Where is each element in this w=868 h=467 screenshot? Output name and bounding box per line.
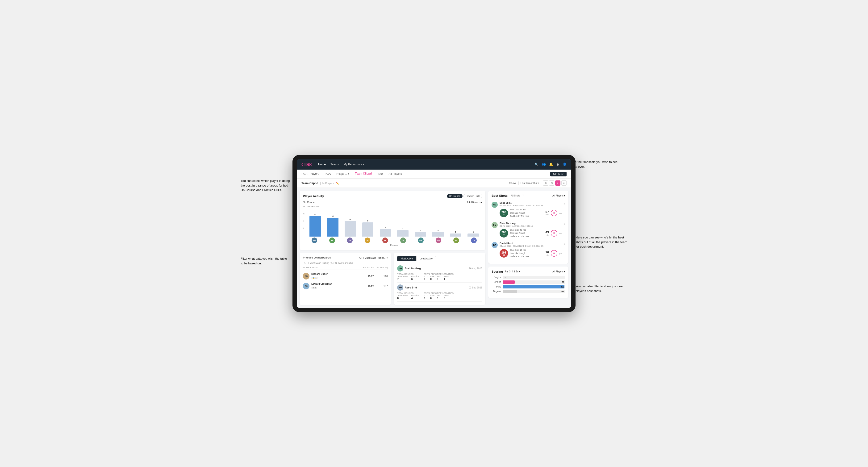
shot-score-1: 200 SG [500, 209, 508, 217]
scoring-card: Scoring Par 3, 4 & 5s ▾ All Players ▾ [488, 267, 568, 298]
drill-dropdown[interactable]: PUTT Must Make Putting... ▾ [358, 257, 388, 259]
player-avatar-8: EC [453, 238, 459, 243]
chart-section-header: On Course Total Rounds ▾ [303, 201, 482, 204]
bar-9 [467, 234, 479, 237]
total-rounds-group-1: Total Rounds Tournament 7 Practice [397, 273, 419, 280]
bar-container-7 [430, 232, 446, 237]
nav-icons: 🔍 👥 🔔 ⊕ 👤 [534, 162, 566, 166]
bar-value-7: 3 [437, 229, 438, 231]
people-icon[interactable]: 👥 [542, 162, 546, 166]
add-team-button[interactable]: Add Team [550, 172, 566, 177]
add-circle-icon[interactable]: ⊕ [556, 162, 559, 166]
bar-group-0: 13 [307, 214, 323, 237]
bar-chart: 1312109543322 [306, 208, 482, 237]
top-nav: clippd Home Teams My Performance 🔍 👥 🔔 ⊕… [297, 159, 571, 169]
app-label-2: APP [430, 294, 434, 297]
all-shots-tab[interactable]: All Shots [509, 194, 522, 197]
bar-value-9: 2 [473, 231, 474, 233]
chart-metric-dropdown[interactable]: Total Rounds ▾ [467, 201, 482, 204]
putt-label-2: PUTT [444, 294, 450, 297]
tablet-screen: clippd Home Teams My Performance 🔍 👥 🔔 ⊕… [297, 159, 571, 308]
bar-8 [450, 234, 461, 237]
gtt-val-1: 0 [424, 278, 428, 280]
bars-wrapper: Total Rounds 1312109543322 BMRBDFJCEEDBR… [306, 206, 482, 247]
shot-zero-3: 0 [551, 250, 557, 257]
lb-score-1: 19/20 [362, 275, 374, 278]
bell-icon[interactable]: 🔔 [549, 162, 553, 166]
edit-team-icon[interactable]: ✏️ [336, 182, 339, 185]
view-filter-icon[interactable]: ≡ [561, 181, 566, 186]
shot-yds-unit-right-1: yds [559, 212, 562, 214]
scoring-players-dropdown[interactable]: All Players ▾ [552, 270, 565, 273]
show-control: Show: Last 3 months ▾ ⊞ ⊟ ♥ ≡ [509, 181, 566, 186]
practice-drills-toggle[interactable]: Practice Drills [464, 194, 482, 198]
bar-group-4: 5 [377, 226, 394, 237]
shot-text-3: Shot Dist: 16 ydsStart Lie: RoughEnd Lie… [510, 249, 544, 258]
active-player-left-1: BM Blair McHarg [397, 266, 421, 272]
lb-subtitle: PUTT Must Make Putting (3-6 ft), Last 3 … [303, 262, 388, 264]
shot-info-1: Matt Miller 09 Jun 2023 · Royal North De… [500, 201, 562, 218]
pars-value: 499 [561, 286, 564, 288]
putt-label-1: PUTT [444, 275, 450, 278]
team-name: Team Clippd [302, 182, 318, 185]
gtt-label-2: GTT [424, 294, 428, 297]
lb-player-name-2: Edward Crossman [311, 283, 361, 285]
sub-nav-pga[interactable]: PGA [325, 172, 331, 176]
eagles-label: Eagles [492, 276, 501, 279]
active-player-left-2: RB Rees Britt [397, 284, 417, 290]
shot-player-detail-3: 24 Aug 2023 · Royal North Devon GC, Hole… [500, 245, 562, 247]
bar-container-9 [465, 234, 481, 237]
bar-group-2: 10 [342, 218, 358, 237]
practice-label-1: Practice [411, 275, 419, 278]
sub-nav-tour[interactable]: Tour [377, 172, 383, 176]
lb-player-name-1: Richard Butler [311, 273, 361, 275]
scoring-row-pars: Pars 499 [492, 285, 565, 288]
nav-item-teams[interactable]: Teams [331, 163, 339, 166]
best-shots-header: Best Shots All Shots ▾ All Players ▾ [492, 194, 565, 197]
view-list-icon[interactable]: ⊟ [549, 181, 554, 186]
active-player-header-1: BM Blair McHarg 26 Aug 2023 [397, 266, 482, 272]
shot-info-2: Blair McHarg 23 Jul 2023 · Ashridge GC, … [500, 222, 562, 238]
tournament-val-2: 8 [397, 297, 408, 300]
bar-5 [397, 230, 408, 237]
annotation-player-filter: You can also filter to show just one pla… [576, 284, 627, 293]
scoring-row-birdies: Birdies 96 [492, 280, 565, 284]
shot-arrow-1[interactable]: › [564, 201, 565, 206]
most-active-tab[interactable]: Most Active [397, 256, 416, 261]
bar-group-6: 3 [412, 229, 428, 237]
shot-entry-2: BM Blair McHarg 23 Jul 2023 · Ashridge G… [492, 220, 565, 240]
par-dropdown[interactable]: Par 3, 4 & 5s ▾ [505, 270, 520, 273]
bar-value-1: 12 [332, 215, 334, 217]
least-active-tab[interactable]: Least Active [416, 256, 436, 261]
on-course-toggle[interactable]: On Course [447, 194, 463, 198]
shot-yds-unit-2: yds [545, 234, 549, 236]
sub-nav-all-players[interactable]: All Players [389, 172, 402, 176]
sub-nav-hcaps[interactable]: Hcaps 1-5 [336, 172, 349, 176]
bar-group-3: 9 [360, 220, 376, 237]
sub-nav-pgat[interactable]: PGAT Players [302, 172, 319, 176]
lb-rank-badge-1: 🥇 1 [311, 277, 318, 279]
shot-arrow-2[interactable]: › [564, 222, 565, 226]
sub-nav-team-clippd[interactable]: Team Clippd [355, 172, 372, 176]
nav-item-home[interactable]: Home [318, 163, 326, 166]
view-grid-icon[interactable]: ⊞ [543, 181, 548, 186]
tournament-group-1: Tournament 7 [397, 275, 408, 280]
score-label-2: SG [503, 234, 505, 236]
lb-column-headers: PLAYER NAME PB SCORE PB AVG SQ [303, 266, 388, 270]
view-heart-icon[interactable]: ♥ [555, 181, 560, 186]
tablet-frame: clippd Home Teams My Performance 🔍 👥 🔔 ⊕… [292, 155, 576, 312]
timescale-dropdown[interactable]: Last 3 months ▾ [519, 181, 541, 185]
arg-group-1: ARG 0 [437, 275, 441, 280]
team-header: Team Clippd | 14 Players ✏️ Show: Last 3… [297, 179, 571, 188]
practice-activities-group-1: Total Practice Activities GTT 0 APP [424, 273, 454, 280]
bar-value-6: 3 [420, 229, 421, 231]
bar-container-0 [307, 216, 323, 237]
search-icon[interactable]: 🔍 [534, 162, 538, 166]
gtt-val-2: 0 [424, 297, 428, 300]
user-icon[interactable]: 👤 [563, 162, 566, 166]
all-players-dropdown[interactable]: All Players ▾ [552, 194, 565, 197]
nav-item-my-performance[interactable]: My Performance [343, 163, 364, 166]
shot-arrow-3[interactable]: › [564, 242, 565, 246]
lb-row-2: EC Edward Crossman ② 2 18/20 107 [303, 281, 388, 291]
x-axis-label: Players [306, 244, 482, 247]
